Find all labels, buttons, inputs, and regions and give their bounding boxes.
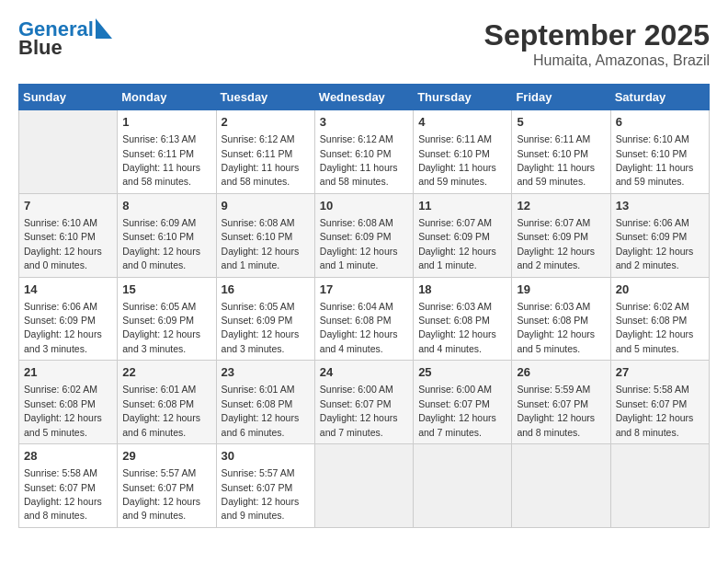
day-number: 30: [222, 448, 310, 465]
calendar-cell: 14Sunrise: 6:06 AM Sunset: 6:09 PM Dayli…: [19, 277, 118, 361]
calendar-cell: 16Sunrise: 6:05 AM Sunset: 6:09 PM Dayli…: [216, 277, 314, 361]
day-info: Sunrise: 6:05 AM Sunset: 6:09 PM Dayligh…: [122, 301, 200, 354]
day-info: Sunrise: 6:13 AM Sunset: 6:11 PM Dayligh…: [122, 133, 200, 187]
day-info: Sunrise: 6:03 AM Sunset: 6:08 PM Dayligh…: [517, 301, 595, 354]
day-number: 14: [24, 282, 112, 298]
day-number: 19: [517, 282, 605, 298]
day-number: 26: [517, 364, 605, 381]
calendar-cell: 26Sunrise: 5:59 AM Sunset: 6:07 PM Dayli…: [512, 361, 610, 444]
header-day-saturday: Saturday: [610, 85, 709, 110]
calendar-cell: [314, 444, 413, 528]
day-info: Sunrise: 6:02 AM Sunset: 6:08 PM Dayligh…: [616, 301, 694, 354]
logo: General Blue: [18, 18, 112, 59]
header-day-thursday: Thursday: [414, 85, 512, 110]
day-number: 10: [320, 198, 408, 214]
day-number: 27: [616, 364, 704, 381]
calendar-week-4: 21Sunrise: 6:02 AM Sunset: 6:08 PM Dayli…: [19, 361, 710, 444]
calendar-cell: 9Sunrise: 6:08 AM Sunset: 6:10 PM Daylig…: [216, 193, 314, 277]
day-info: Sunrise: 6:05 AM Sunset: 6:09 PM Dayligh…: [222, 301, 300, 354]
header-row: SundayMondayTuesdayWednesdayThursdayFrid…: [19, 85, 710, 110]
calendar-table: SundayMondayTuesdayWednesdayThursdayFrid…: [18, 84, 710, 528]
logo-text-line2: Blue: [18, 37, 63, 59]
calendar-cell: 4Sunrise: 6:11 AM Sunset: 6:10 PM Daylig…: [414, 110, 512, 194]
day-number: 5: [517, 114, 605, 131]
header-day-sunday: Sunday: [19, 85, 118, 110]
day-info: Sunrise: 6:12 AM Sunset: 6:11 PM Dayligh…: [222, 133, 300, 187]
calendar-cell: 30Sunrise: 5:57 AM Sunset: 6:07 PM Dayli…: [216, 444, 314, 528]
calendar-cell: 13Sunrise: 6:06 AM Sunset: 6:09 PM Dayli…: [610, 193, 709, 277]
day-info: Sunrise: 6:11 AM Sunset: 6:10 PM Dayligh…: [517, 133, 595, 187]
day-info: Sunrise: 5:58 AM Sunset: 6:07 PM Dayligh…: [616, 384, 694, 437]
day-number: 7: [24, 198, 112, 214]
day-info: Sunrise: 6:10 AM Sunset: 6:10 PM Dayligh…: [24, 217, 102, 270]
day-number: 2: [222, 114, 310, 131]
day-info: Sunrise: 5:58 AM Sunset: 6:07 PM Dayligh…: [24, 467, 102, 521]
calendar-cell: [19, 110, 118, 194]
calendar-cell: 11Sunrise: 6:07 AM Sunset: 6:09 PM Dayli…: [414, 193, 512, 277]
day-info: Sunrise: 6:08 AM Sunset: 6:09 PM Dayligh…: [320, 217, 398, 270]
day-info: Sunrise: 6:08 AM Sunset: 6:10 PM Dayligh…: [222, 217, 300, 270]
day-info: Sunrise: 5:57 AM Sunset: 6:07 PM Dayligh…: [222, 467, 300, 521]
calendar-week-1: 1Sunrise: 6:13 AM Sunset: 6:11 PM Daylig…: [19, 110, 710, 194]
day-info: Sunrise: 6:04 AM Sunset: 6:08 PM Dayligh…: [320, 301, 398, 354]
header-day-monday: Monday: [118, 85, 216, 110]
logo-arrow-icon: [96, 18, 112, 39]
day-info: Sunrise: 6:00 AM Sunset: 6:07 PM Dayligh…: [320, 384, 398, 437]
calendar-cell: 28Sunrise: 5:58 AM Sunset: 6:07 PM Dayli…: [19, 444, 118, 528]
day-number: 4: [418, 114, 506, 131]
day-number: 23: [222, 364, 310, 381]
calendar-week-5: 28Sunrise: 5:58 AM Sunset: 6:07 PM Dayli…: [19, 444, 710, 528]
day-info: Sunrise: 6:06 AM Sunset: 6:09 PM Dayligh…: [616, 217, 694, 270]
day-number: 25: [418, 364, 506, 381]
day-info: Sunrise: 5:59 AM Sunset: 6:07 PM Dayligh…: [517, 384, 595, 437]
day-info: Sunrise: 6:01 AM Sunset: 6:08 PM Dayligh…: [122, 384, 200, 437]
day-info: Sunrise: 6:07 AM Sunset: 6:09 PM Dayligh…: [418, 217, 496, 270]
day-number: 28: [24, 448, 112, 465]
day-info: Sunrise: 6:01 AM Sunset: 6:08 PM Dayligh…: [222, 384, 300, 437]
day-info: Sunrise: 5:57 AM Sunset: 6:07 PM Dayligh…: [122, 467, 200, 521]
day-info: Sunrise: 6:11 AM Sunset: 6:10 PM Dayligh…: [418, 133, 496, 187]
calendar-cell: 2Sunrise: 6:12 AM Sunset: 6:11 PM Daylig…: [216, 110, 314, 194]
day-number: 21: [24, 364, 112, 381]
calendar-cell: 12Sunrise: 6:07 AM Sunset: 6:09 PM Dayli…: [512, 193, 610, 277]
calendar-cell: 17Sunrise: 6:04 AM Sunset: 6:08 PM Dayli…: [314, 277, 413, 361]
calendar-cell: 7Sunrise: 6:10 AM Sunset: 6:10 PM Daylig…: [19, 193, 118, 277]
day-number: 8: [122, 198, 210, 214]
day-number: 12: [517, 198, 605, 214]
day-number: 13: [616, 198, 704, 214]
day-number: 11: [418, 198, 506, 214]
day-number: 6: [616, 114, 704, 131]
calendar-cell: 24Sunrise: 6:00 AM Sunset: 6:07 PM Dayli…: [314, 361, 413, 444]
calendar-cell: [610, 444, 709, 528]
day-info: Sunrise: 6:02 AM Sunset: 6:08 PM Dayligh…: [24, 384, 102, 437]
calendar-cell: 6Sunrise: 6:10 AM Sunset: 6:10 PM Daylig…: [610, 110, 709, 194]
calendar-cell: 10Sunrise: 6:08 AM Sunset: 6:09 PM Dayli…: [314, 193, 413, 277]
day-info: Sunrise: 6:10 AM Sunset: 6:10 PM Dayligh…: [616, 133, 694, 187]
day-number: 3: [320, 114, 408, 131]
calendar-cell: [414, 444, 512, 528]
calendar-cell: 8Sunrise: 6:09 AM Sunset: 6:10 PM Daylig…: [118, 193, 216, 277]
day-number: 18: [418, 282, 506, 298]
calendar-cell: 25Sunrise: 6:00 AM Sunset: 6:07 PM Dayli…: [414, 361, 512, 444]
location-text: Humaita, Amazonas, Brazil: [484, 52, 710, 69]
day-info: Sunrise: 6:03 AM Sunset: 6:08 PM Dayligh…: [418, 301, 496, 354]
calendar-cell: 22Sunrise: 6:01 AM Sunset: 6:08 PM Dayli…: [118, 361, 216, 444]
day-info: Sunrise: 6:09 AM Sunset: 6:10 PM Dayligh…: [122, 217, 200, 270]
day-info: Sunrise: 6:06 AM Sunset: 6:09 PM Dayligh…: [24, 301, 102, 354]
day-info: Sunrise: 6:00 AM Sunset: 6:07 PM Dayligh…: [418, 384, 496, 437]
day-number: 1: [122, 114, 210, 131]
calendar-cell: 3Sunrise: 6:12 AM Sunset: 6:10 PM Daylig…: [314, 110, 413, 194]
svg-marker-0: [96, 18, 112, 39]
header-day-wednesday: Wednesday: [314, 85, 413, 110]
calendar-cell: 21Sunrise: 6:02 AM Sunset: 6:08 PM Dayli…: [19, 361, 118, 444]
calendar-cell: [512, 444, 610, 528]
day-number: 16: [222, 282, 310, 298]
day-number: 20: [616, 282, 704, 298]
calendar-cell: 19Sunrise: 6:03 AM Sunset: 6:08 PM Dayli…: [512, 277, 610, 361]
day-info: Sunrise: 6:12 AM Sunset: 6:10 PM Dayligh…: [320, 133, 398, 187]
calendar-cell: 1Sunrise: 6:13 AM Sunset: 6:11 PM Daylig…: [118, 110, 216, 194]
day-number: 15: [122, 282, 210, 298]
header-day-friday: Friday: [512, 85, 610, 110]
day-number: 22: [122, 364, 210, 381]
calendar-cell: 18Sunrise: 6:03 AM Sunset: 6:08 PM Dayli…: [414, 277, 512, 361]
